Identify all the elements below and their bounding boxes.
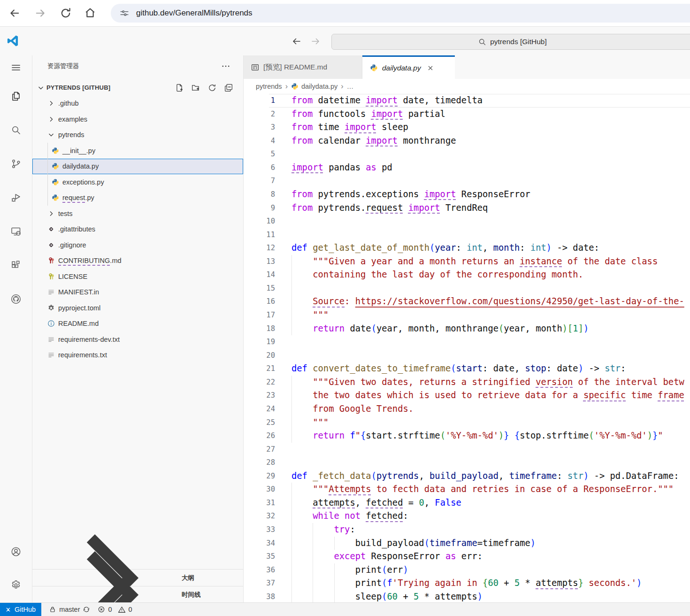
menu-icon[interactable] — [10, 62, 22, 73]
tree-item-pytrends[interactable]: pytrends — [32, 127, 243, 143]
remote-indicator[interactable]: GitHub — [0, 603, 41, 616]
browser-back-icon[interactable] — [8, 7, 21, 20]
code-line-16[interactable]: 16 Source: https://stackoverflow.com/que… — [244, 295, 690, 308]
tree-item-tests[interactable]: tests — [32, 206, 243, 222]
tree-item-examples[interactable]: examples — [32, 111, 243, 127]
command-search-input[interactable]: pytrends [GitHub] — [331, 34, 690, 50]
code-line-30[interactable]: 30 """Attempts to fecth data and retries… — [244, 483, 690, 496]
code-line-6[interactable]: 6import pandas as pd — [244, 161, 690, 175]
breadcrumb-item-pytrends[interactable]: pytrends — [256, 83, 282, 90]
sidebar-header: 资源管理器 — [32, 55, 243, 76]
collapse-all-icon[interactable] — [224, 84, 233, 92]
code-line-31[interactable]: 31 attempts, fetched = 0, False — [244, 496, 690, 510]
code-line-37[interactable]: 37 print(f'Trying again in {60 + 5 * att… — [244, 577, 690, 590]
history-back-icon[interactable] — [291, 36, 302, 47]
code-line-33[interactable]: 33 try: — [244, 523, 690, 537]
code-line-3[interactable]: 3from time import sleep — [244, 121, 690, 134]
activity-item-extensions-icon[interactable] — [10, 260, 22, 271]
activity-item-settings-icon[interactable] — [10, 579, 22, 591]
tree-item-contributing-md[interactable]: CONTRIBUTING.md — [32, 253, 243, 269]
browser-forward-icon[interactable] — [34, 7, 47, 20]
tree-item-pyproject-toml[interactable]: pyproject.toml — [32, 300, 243, 316]
code-line-27[interactable]: 27 — [244, 443, 690, 456]
tree-item-manifest-in[interactable]: MANIFEST.in — [32, 285, 243, 300]
tree-item-request-py[interactable]: request.py — [32, 190, 243, 206]
more-actions-icon[interactable] — [222, 62, 230, 70]
code-line-35[interactable]: 35 except ResponseError as err: — [244, 550, 690, 563]
code-line-10[interactable]: 10 — [244, 215, 690, 228]
tree-item-readme-md[interactable]: README.md — [32, 316, 243, 332]
code-line-20[interactable]: 20 — [244, 349, 690, 362]
refresh-icon[interactable] — [208, 84, 216, 92]
history-forward-icon[interactable] — [310, 36, 321, 47]
tab-dailydata-py[interactable]: dailydata.py — [362, 55, 455, 79]
tree-item-github[interactable]: .github — [32, 96, 243, 112]
tree-item-gitignore[interactable]: .gitignore — [32, 237, 243, 253]
code-line-15[interactable]: 15 — [244, 282, 690, 295]
tree-item-requirements-dev-txt[interactable]: requirements-dev.txt — [32, 331, 243, 347]
code-line-22[interactable]: 22 """Given two dates, returns a stringi… — [244, 376, 690, 389]
activity-item-github-icon[interactable] — [10, 293, 22, 305]
search-value: pytrends [GitHub] — [490, 38, 547, 46]
breadcrumb-item-[interactable]: … — [347, 83, 354, 90]
tree-item-init-py[interactable]: __init__.py — [32, 143, 243, 159]
code-line-9[interactable]: 9from pytrends.request import TrendReq — [244, 201, 690, 215]
tree-item-license[interactable]: LICENSE — [32, 269, 243, 285]
code-editor[interactable]: 1from datetime import date, timedelta2fr… — [244, 94, 690, 603]
breadcrumb-item-dailydata-py[interactable]: dailydata.py — [291, 83, 337, 90]
close-icon[interactable] — [427, 64, 434, 72]
sync-icon[interactable] — [83, 606, 90, 613]
sidebar-title: 资源管理器 — [47, 62, 79, 70]
new-file-icon[interactable] — [175, 84, 184, 92]
browser-reload-icon[interactable] — [59, 7, 72, 20]
code-line-28[interactable]: 28 — [244, 456, 690, 470]
code-line-34[interactable]: 34 build_payload(timeframe=timeframe) — [244, 537, 690, 550]
activity-item-account-icon[interactable] — [10, 546, 22, 557]
activity-item-explorer-icon[interactable] — [10, 91, 22, 102]
code-line-5[interactable]: 5 — [244, 147, 690, 161]
code-line-26[interactable]: 26 return f"{start.strftime('%Y-%m-%d')}… — [244, 429, 690, 443]
code-line-21[interactable]: 21def convert_dates_to_timeframe(start: … — [244, 362, 690, 376]
tree-item-gitattributes[interactable]: .gitattributes — [32, 222, 243, 238]
code-line-7[interactable]: 7 — [244, 174, 690, 188]
tree-item-exceptions-py[interactable]: exceptions.py — [32, 174, 243, 190]
code-line-13[interactable]: 13 """Given a year and a month returns a… — [244, 255, 690, 269]
url-bar[interactable]: github.dev/GeneralMills/pytrends — [111, 4, 690, 23]
code-line-18[interactable]: 18 return date(year, month, monthrange(y… — [244, 322, 690, 336]
browser-home-icon[interactable] — [84, 7, 97, 20]
code-line-2[interactable]: 2from functools import partial — [244, 108, 690, 121]
code-line-36[interactable]: 36 print(err) — [244, 563, 690, 577]
code-line-38[interactable]: 38 sleep(60 + 5 * attempts) — [244, 590, 690, 603]
tab-预览-readme-md[interactable]: [预览] README.md — [244, 55, 362, 79]
code-text: except ResponseError as err: — [291, 550, 483, 563]
activity-item-search-icon[interactable] — [10, 124, 22, 136]
tree-item-requirements-txt[interactable]: requirements.txt — [32, 347, 243, 363]
activity-item-remote-explorer-icon[interactable] — [10, 226, 22, 237]
code-line-12[interactable]: 12def get_last_date_of_month(year: int, … — [244, 241, 690, 255]
tree-item-pytrends-github[interactable]: PYTRENDS [GITHUB] — [32, 80, 243, 96]
code-line-19[interactable]: 19 — [244, 335, 690, 349]
code-line-1[interactable]: 1from datetime import date, timedelta — [244, 94, 690, 108]
code-line-11[interactable]: 11 — [244, 228, 690, 242]
tree-item-dailydata-py[interactable]: dailydata.py — [32, 159, 243, 175]
panel-时间线[interactable]: 时间线 — [32, 586, 243, 603]
line-number: 22 — [244, 376, 275, 389]
site-settings-icon[interactable] — [119, 8, 130, 18]
problems-indicator[interactable]: 0 0 — [98, 606, 132, 614]
code-line-23[interactable]: 23 the two dates which is used to retrie… — [244, 389, 690, 402]
tree-item-label: pytrends — [58, 131, 84, 139]
code-line-8[interactable]: 8from pytrends.exceptions import Respons… — [244, 188, 690, 201]
activity-item-run-debug-icon[interactable] — [10, 192, 22, 203]
indent-guide — [291, 282, 292, 295]
code-line-4[interactable]: 4from calendar import monthrange — [244, 134, 690, 148]
branch-indicator[interactable]: master — [49, 606, 90, 613]
code-line-25[interactable]: 25 """ — [244, 416, 690, 430]
code-line-32[interactable]: 32 while not fetched: — [244, 509, 690, 523]
code-line-14[interactable]: 14 containing the last day of the corres… — [244, 268, 690, 282]
code-line-24[interactable]: 24 from Google Trends. — [244, 402, 690, 416]
code-line-17[interactable]: 17 """ — [244, 308, 690, 322]
code-line-29[interactable]: 29def _fetch_data(pytrends, build_payloa… — [244, 470, 690, 483]
tree-indent-guide — [47, 190, 48, 206]
new-folder-icon[interactable] — [192, 84, 200, 92]
activity-item-source-control-icon[interactable] — [10, 158, 22, 169]
